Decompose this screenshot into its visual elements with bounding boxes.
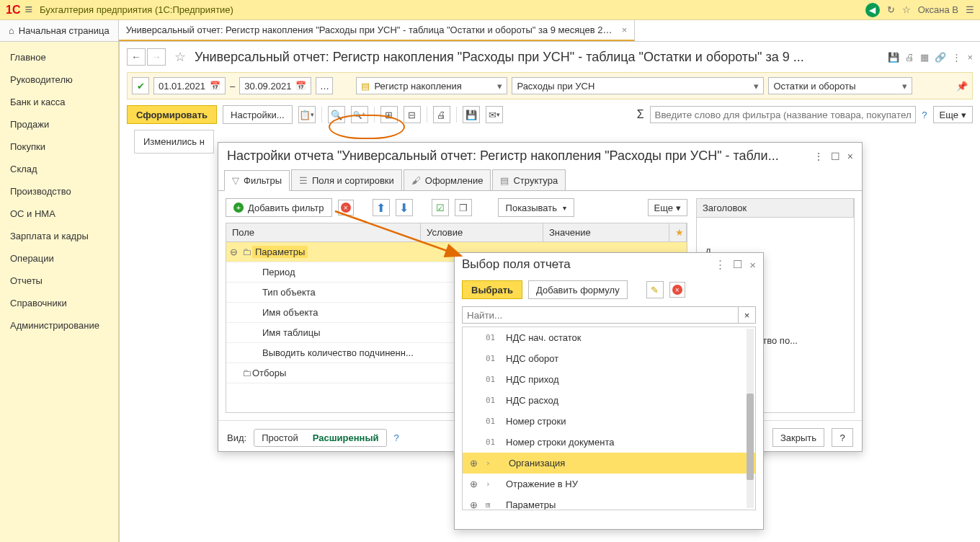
sigma-icon[interactable]: Σ bbox=[637, 108, 644, 121]
more-button[interactable]: Еще▾ bbox=[933, 106, 973, 123]
list-item[interactable]: 01НДС приход bbox=[463, 369, 755, 390]
sidebar-item-stock[interactable]: Склад bbox=[0, 158, 118, 180]
filter-icon: ▽ bbox=[232, 175, 239, 186]
expand-icon[interactable]: ⊕ bbox=[470, 499, 480, 510]
nav-back-button[interactable]: ← bbox=[127, 48, 146, 66]
date-to-input[interactable]: 30.09.2021 📅 bbox=[239, 77, 311, 94]
kebab-icon[interactable]: ⋮ bbox=[952, 52, 961, 63]
favorite-icon[interactable]: ☆ bbox=[174, 49, 186, 65]
list-item[interactable]: 01Номер строки bbox=[463, 411, 755, 432]
sidebar-item-hr[interactable]: Зарплата и кадры bbox=[0, 225, 118, 247]
add-filter-button[interactable]: + Добавить фильтр bbox=[226, 198, 332, 217]
list-item[interactable]: 01НДС расход bbox=[463, 390, 755, 411]
help-icon[interactable]: ? bbox=[922, 110, 927, 120]
period-button[interactable]: … bbox=[316, 77, 333, 94]
collapse-icon[interactable]: ⊖ bbox=[226, 246, 241, 257]
history-icon[interactable]: ↻ bbox=[887, 4, 895, 15]
view-advanced-button[interactable]: Расширенный bbox=[306, 430, 386, 446]
sidebar-item-operations[interactable]: Операции bbox=[0, 247, 118, 270]
sidebar-item-sales[interactable]: Продажи bbox=[0, 113, 118, 136]
user-name[interactable]: Оксана В bbox=[918, 4, 958, 15]
close-tab-icon[interactable]: × bbox=[622, 25, 628, 35]
dialog-close-icon[interactable]: × bbox=[749, 259, 756, 271]
date-from-input[interactable]: 01.01.2021 📅 bbox=[153, 77, 226, 94]
dialog-kebab-icon[interactable]: ⋮ bbox=[814, 151, 824, 162]
save-icon[interactable]: 💾 bbox=[888, 52, 899, 63]
move-up-button[interactable]: ⬆ bbox=[373, 199, 390, 216]
dialog-help-button[interactable]: ? bbox=[832, 428, 853, 447]
list-item[interactable]: 01НДС оборот bbox=[463, 348, 755, 369]
delete-button[interactable]: × bbox=[669, 282, 685, 298]
filter-more-button[interactable]: Еще▾ bbox=[648, 199, 687, 216]
sidebar-item-manager[interactable]: Руководителю bbox=[0, 68, 118, 91]
calendar-icon[interactable]: 📅 bbox=[295, 81, 306, 91]
scrollbar[interactable] bbox=[747, 394, 754, 480]
type-select[interactable]: ▤ Регистр накопления ▾ bbox=[356, 77, 507, 94]
tab-filters[interactable]: ▽Фильтры bbox=[224, 170, 290, 191]
field-search-input[interactable] bbox=[462, 306, 739, 324]
edit-button[interactable]: ✎ bbox=[646, 281, 664, 298]
zoom-icon[interactable]: 🔍⁺ bbox=[351, 106, 368, 123]
list-item[interactable]: ⊕›Отражение в НУ bbox=[463, 474, 755, 494]
add-formula-button[interactable]: Добавить формулу bbox=[528, 280, 628, 299]
calendar-icon[interactable]: 📅 bbox=[210, 81, 220, 91]
sidebar-item-production[interactable]: Производство bbox=[0, 180, 118, 203]
dialog-close-icon[interactable]: × bbox=[847, 151, 853, 162]
check-icon[interactable]: ✔ bbox=[132, 77, 149, 94]
burger-icon[interactable]: ≡ bbox=[24, 2, 32, 17]
print-icon[interactable]: 🖨 bbox=[433, 106, 450, 123]
help-icon[interactable]: ? bbox=[394, 432, 399, 443]
expand-icon[interactable]: ⊕ bbox=[470, 479, 480, 489]
export-icon[interactable]: ▦ bbox=[920, 52, 929, 63]
sidebar-item-main[interactable]: Главное bbox=[0, 46, 118, 68]
list-item[interactable]: ⊕⊞Параметры bbox=[463, 494, 755, 510]
list-item-organization[interactable]: ⊕›Организация bbox=[463, 453, 755, 474]
star-icon[interactable]: ☆ bbox=[902, 4, 911, 15]
copy-button[interactable]: ❐ bbox=[455, 199, 472, 216]
settings-button[interactable]: Настройки... bbox=[223, 105, 293, 124]
fields-icon: ☰ bbox=[299, 175, 308, 186]
delete-filter-button[interactable]: × bbox=[338, 200, 354, 216]
table-select[interactable]: Остатки и обороты ▾ bbox=[768, 77, 912, 94]
dialog-maximize-icon[interactable]: ☐ bbox=[831, 151, 840, 162]
menu-icon[interactable]: ☰ bbox=[966, 4, 974, 15]
print-icon[interactable]: 🖨 bbox=[905, 52, 914, 63]
close-main-icon[interactable]: × bbox=[967, 52, 973, 63]
close-settings-button[interactable]: Закрыть bbox=[772, 428, 824, 447]
list-item[interactable]: 01Номер строки документа bbox=[463, 432, 755, 453]
tab-fields[interactable]: ☰Поля и сортировки bbox=[291, 169, 402, 190]
expand-icon[interactable]: ⊞ bbox=[380, 106, 398, 123]
notification-icon[interactable]: ◀ bbox=[865, 3, 880, 17]
view-simple-button[interactable]: Простой bbox=[254, 430, 306, 446]
email-icon[interactable]: ✉▾ bbox=[486, 106, 503, 123]
sidebar-item-purchase[interactable]: Покупки bbox=[0, 136, 118, 158]
sidebar-item-bank[interactable]: Банк и касса bbox=[0, 91, 118, 113]
home-tab[interactable]: ⌂ Начальная страница bbox=[0, 20, 119, 41]
expand-icon[interactable]: ⊕ bbox=[470, 458, 480, 468]
pin-icon[interactable]: 📌 bbox=[956, 81, 968, 92]
document-tab[interactable]: Универсальный отчет: Регистр накопления … bbox=[119, 20, 636, 41]
check-all-button[interactable]: ☑ bbox=[432, 199, 449, 216]
tab-structure[interactable]: ▤Структура bbox=[492, 169, 566, 190]
sidebar-item-reports[interactable]: Отчеты bbox=[0, 270, 118, 292]
sidebar-item-fixed-assets[interactable]: ОС и НМА bbox=[0, 203, 118, 225]
collapse-icon[interactable]: ⊟ bbox=[404, 106, 421, 123]
save-icon[interactable]: 💾 bbox=[463, 106, 480, 123]
filter-search-input[interactable] bbox=[650, 106, 917, 123]
select-button[interactable]: Выбрать bbox=[462, 280, 522, 299]
list-item[interactable]: 01НДС нач. остаток bbox=[463, 327, 755, 348]
search-icon[interactable]: 🔍 bbox=[328, 106, 345, 123]
link-icon[interactable]: 🔗 bbox=[935, 52, 946, 63]
move-down-button[interactable]: ⬇ bbox=[396, 199, 413, 216]
form-button[interactable]: Сформировать bbox=[127, 105, 217, 124]
tab-format[interactable]: 🖌Оформление bbox=[404, 169, 491, 190]
settings-dialog-title: Настройки отчета "Универсальный отчет: Р… bbox=[227, 148, 779, 164]
dialog-kebab-icon[interactable]: ⋮ bbox=[715, 258, 726, 271]
variant-icon[interactable]: 📋▾ bbox=[298, 106, 316, 123]
dialog-maximize-icon[interactable]: ☐ bbox=[733, 258, 742, 271]
register-select[interactable]: Расходы при УСН ▾ bbox=[512, 77, 764, 94]
sidebar-item-admin[interactable]: Администрирование bbox=[0, 314, 118, 337]
show-button[interactable]: Показывать▾ bbox=[498, 198, 574, 217]
sidebar-item-references[interactable]: Справочники bbox=[0, 292, 118, 314]
clear-search-button[interactable]: × bbox=[739, 306, 756, 324]
